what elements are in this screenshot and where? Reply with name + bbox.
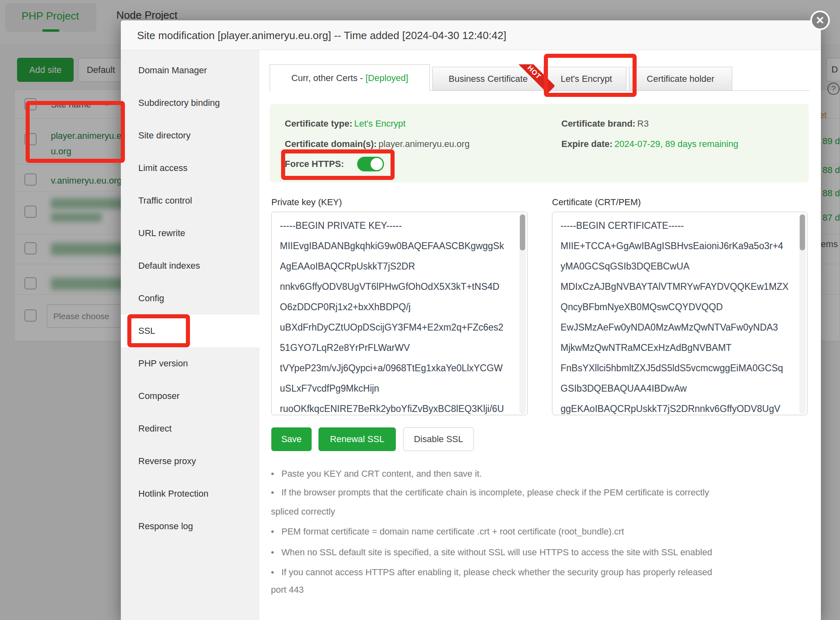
annotation-box-ssl-menu — [127, 314, 190, 347]
sidebar-item-config[interactable]: Config — [121, 282, 260, 315]
key-scrollbar-thumb[interactable] — [520, 215, 525, 250]
tab-certificate-holder-label: Certificate holder — [647, 74, 714, 84]
sidebar-item-domain-manager[interactable]: Domain Manager — [121, 54, 260, 87]
disable-ssl-button[interactable]: Disable SSL — [403, 427, 474, 451]
key-line: uSLxF7vcdfPg9MkcHijn — [280, 378, 518, 399]
tab-current-certs-label: Curr, other Certs - — [291, 73, 365, 83]
note-line: •Paste you KEY and CRT content, and then… — [271, 469, 482, 479]
cert-line: EwJSMzAeFw0yNDA0MzAwMzQwNTVaFw0yNDA3 — [561, 317, 798, 337]
certificate-type-label: Certificate type: — [285, 118, 352, 129]
sidebar-item-subdirectory-binding[interactable]: Subdirectory binding — [121, 87, 260, 119]
sidebar-item-traffic-control[interactable]: Traffic control — [121, 184, 260, 217]
certificate-label: Certificate (CRT/PEM) — [552, 197, 641, 208]
certificate-brand-label: Certificate brand: — [561, 118, 635, 129]
cert-line: QncyBFbmNyeXB0MQswCQYDVQQD — [561, 297, 798, 317]
certificate-brand-value: R3 — [637, 118, 649, 129]
cert-scrollbar-thumb[interactable] — [800, 215, 805, 250]
bullet-icon: • — [271, 526, 274, 537]
key-line: uBXdFrhDyCZtUOpDScijGY3FM4+E2xm2q+FZc6es… — [280, 317, 518, 337]
tab-current-certs[interactable]: Curr, other Certs - [Deployed] — [270, 64, 430, 91]
bullet-icon: • — [271, 487, 274, 497]
cert-line: MjkwMzQwNTRaMCExHzAdBgNVBAMT — [561, 337, 798, 358]
hot-ribbon-clip: HOT — [432, 64, 554, 93]
key-line: -----BEGIN PRIVATE KEY----- — [280, 215, 518, 236]
sidebar-item-site-directory[interactable]: Site directory — [121, 119, 260, 152]
key-line: tVYpeP23m/vJj6Qypci+a/0968TtEg1xkaYe0Llx… — [280, 358, 518, 378]
certificate-textarea[interactable]: -----BEGIN CERTIFICATE----- MIIE+TCCA+Gg… — [552, 212, 807, 415]
cert-line: ggEKAoIBAQCRpUskkT7jS2DRnnkv6GffyODV8UgV — [561, 399, 798, 419]
private-key-label: Private key (KEY) — [271, 197, 342, 208]
bullet-icon: • — [271, 567, 274, 577]
close-icon[interactable]: ✕ — [810, 11, 830, 30]
private-key-textarea[interactable]: -----BEGIN PRIVATE KEY----- MIIEvgIBADAN… — [271, 212, 528, 415]
note-line: port 443 — [271, 585, 304, 595]
renewal-ssl-button[interactable]: Renewal SSL — [319, 427, 396, 451]
note-line: •PEM format certificate = domain name ce… — [271, 526, 624, 537]
sidebar-item-redirect[interactable]: Redirect — [121, 412, 260, 445]
note-line: •If the browser prompts that the certifi… — [271, 487, 709, 498]
note-line: •If you cannot access HTTPS after enabli… — [271, 567, 712, 578]
cert-line: FnBsYXllci5hbmltZXJ5dS5ldS5vcmcwggEiMA0G… — [561, 358, 798, 378]
sidebar-item-default-indexes[interactable]: Default indexes — [121, 250, 260, 282]
save-button[interactable]: Save — [271, 427, 312, 451]
tab-certificate-holder[interactable]: Certificate holder — [629, 67, 732, 91]
expire-date-value: 2024-07-29, 89 days remaining — [614, 139, 738, 149]
key-line: nnkv6GffyODV8UgVT6lPHwGfOhOdX5X3kT+tNS4D — [280, 276, 518, 297]
certificate-domain-label: Certificate domain(s): — [285, 139, 377, 149]
sidebar-item-hotlink-protection[interactable]: Hotlink Protection — [121, 478, 260, 510]
deployed-badge: [Deployed] — [365, 73, 408, 83]
sidebar-item-composer[interactable]: Composer — [121, 380, 260, 412]
note-line: •When no SSL default site is specified, … — [271, 547, 712, 558]
sidebar-item-reverse-proxy[interactable]: Reverse proxy — [121, 445, 260, 478]
note-line: spliced correctly — [271, 506, 335, 517]
key-line: MIIEvgIBADANBgkqhkiG9w0BAQEFAASCBKgwggSk — [280, 236, 518, 256]
annotation-box-site-name — [26, 101, 125, 163]
expire-date-label: Expire date: — [561, 139, 613, 149]
sidebar-item-limit-access[interactable]: Limit access — [121, 152, 260, 184]
cert-line: GSIb3DQEBAQUAA4IBDwAw — [561, 378, 798, 399]
cert-line: MDIxCzAJBgNVBAYTAlVTMRYwFAYDVQQKEw1MZX — [561, 276, 798, 297]
cert-line: yMA0GCSqGSIb3DQEBCwUA — [561, 256, 798, 276]
bullet-icon: • — [271, 469, 274, 479]
annotation-box-lets-encrypt-tab — [544, 54, 637, 97]
screen: PHP Project Node Project Add site Defaul… — [0, 0, 840, 620]
bullet-icon: • — [271, 547, 274, 557]
key-line: AgEAAoIBAQCRpUskkT7jS2DR — [280, 256, 518, 276]
key-line: O6zDDCP0Rj1x2+bxXhBDPQ/j — [280, 297, 518, 317]
key-line: 51GYO7LqR2e8YrPrFLWarWV — [280, 337, 518, 358]
key-line: ruoOKfkqcENIRE7BeRk2yboYfiZvByxBC8lEQ3Kl… — [280, 399, 518, 419]
sidebar-item-php-version[interactable]: PHP version — [121, 347, 260, 380]
dialog-title: Site modification [player.animeryu.eu.or… — [137, 29, 506, 42]
sidebar-item-response-log[interactable]: Response log — [121, 510, 260, 543]
certificate-domain-value: player.animeryu.eu.org — [379, 139, 470, 149]
annotation-box-force-https — [281, 149, 395, 180]
cert-line: -----BEGIN CERTIFICATE----- — [561, 215, 798, 236]
certificate-type-value: Let's Encrypt — [354, 118, 406, 129]
sidebar-item-url-rewrite[interactable]: URL rewrite — [121, 217, 260, 250]
cert-line: MIIE+TCCA+GgAwIBAgISBHvsEaioniJ6rKa9a5o3… — [561, 236, 798, 256]
